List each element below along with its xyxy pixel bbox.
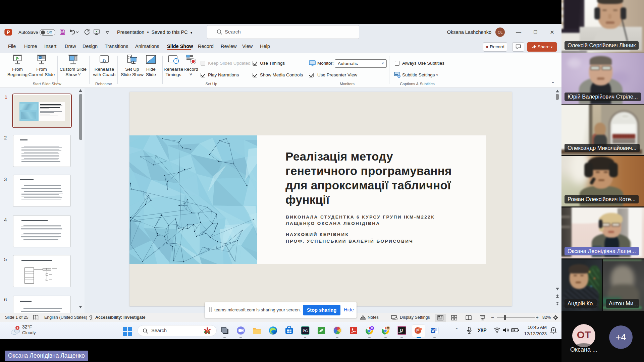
svg-text:PC: PC [303,329,308,333]
svg-text:P: P [416,328,419,333]
svg-text:1: 1 [16,326,18,330]
svg-text:W: W [431,329,435,333]
svg-text:O: O [371,326,373,330]
svg-text:IJ: IJ [400,329,403,333]
svg-text:z: z [553,328,554,331]
